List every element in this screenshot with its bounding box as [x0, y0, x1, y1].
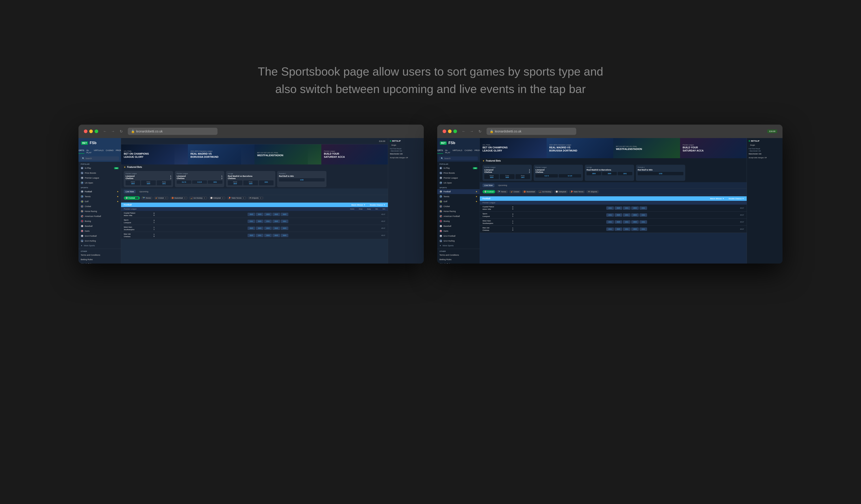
bet-draw-2-1[interactable]: Draw35/5	[500, 174, 514, 179]
sidebar-item-cricket-2[interactable]: 🏏 Cricket	[437, 204, 480, 209]
filter-tennis-2[interactable]: 🎾 Tennis	[496, 190, 508, 193]
bet-away-2[interactable]: 19/1	[208, 180, 222, 184]
sidebar-item-terms[interactable]: Terms and Conditions	[79, 253, 121, 257]
odd-dc1-1[interactable]: 35/5	[272, 213, 280, 216]
search-input-1[interactable]: 🔍 Search	[80, 156, 119, 160]
sidebar-item-moresports[interactable]: ▼ More Sports	[79, 243, 121, 248]
promo-banner-acca[interactable]: Premier League BUILD YOURSATURDAY ACCA	[321, 144, 388, 165]
odd-dc1-2-1[interactable]: 35/5	[631, 206, 639, 210]
odd-home-2-4[interactable]: 15/1	[606, 227, 614, 231]
sidebar-item-tennis[interactable]: 🎾 Tennis ★	[79, 194, 121, 199]
sidebar-item-inplay-2[interactable]: ▶ In-Play 336	[437, 166, 480, 170]
odd-draw-3[interactable]: 35/5	[256, 227, 263, 230]
sidebar-item-premierleague[interactable]: ⚽ Premier League	[79, 176, 121, 180]
odd-dc2-4[interactable]: 35/5	[281, 234, 288, 237]
tab-live-now-2[interactable]: Live Now	[482, 184, 494, 187]
nav-inplay[interactable]: IN-PLAY	[86, 149, 92, 154]
promo-banner-ucl[interactable]: UCL FINAL BET ON CHAMPIONSLEAGUE GLORY	[121, 144, 188, 165]
betslip-tab-single-2[interactable]: Single	[749, 143, 781, 147]
odd-dc2-2[interactable]: 15/1	[281, 220, 288, 223]
address-bar-2[interactable]: 🔒 leonardobetti.co.uk	[487, 128, 576, 135]
odd-dc2-2-1[interactable]: 15/1	[640, 206, 647, 210]
sidebar-item-tennis-2[interactable]: 🎾 Tennis ★	[437, 194, 480, 199]
odd-home-1[interactable]: 35/5	[247, 213, 255, 216]
bet-draw-2-3[interactable]: 35/5	[602, 172, 617, 175]
sidebar-item-darts-2[interactable]: 🎯 Darts	[437, 228, 480, 234]
odd-draw-1[interactable]: 35/5	[256, 213, 263, 216]
bet-away-2-3[interactable]: 19/1	[618, 172, 632, 175]
odd-dc2-2-3[interactable]: 15/1	[640, 220, 647, 224]
bet-away-3[interactable]: 19/1	[259, 180, 274, 185]
odd-away-2-3[interactable]: 15/1	[623, 220, 630, 224]
sidebar-item-baseball-2[interactable]: ⚾ Baseball	[437, 224, 480, 228]
sidebar-item-usopen-2[interactable]: 🎾 US Open	[437, 180, 480, 185]
featured-bet-card-1[interactable]: Premier League Liverpool Chelsea 1 2	[124, 171, 173, 187]
sidebar-item-football[interactable]: ⚽ Football ★	[79, 189, 121, 194]
sidebar-item-priceboosts-2[interactable]: % Price Boosts	[437, 170, 480, 176]
forward-button-2[interactable]: →	[469, 128, 475, 135]
tab-upcoming-2[interactable]: Upcoming	[496, 184, 509, 187]
odd-away-2-4[interactable]: 15/1	[623, 227, 630, 231]
odd-dc1-2-3[interactable]: 35/5	[631, 220, 639, 224]
odd-draw-2-2[interactable]: 35/5	[615, 213, 622, 217]
odd-dc2-2-2[interactable]: 15/1	[640, 213, 647, 217]
bet-over-2[interactable]: U 2.5	[192, 180, 207, 184]
sidebar-item-football-2[interactable]: ⚽ Football ★	[437, 189, 480, 194]
odd-home-4[interactable]: 35/5	[247, 234, 255, 237]
sidebar-item-gaafootball[interactable]: 🏐 GAA Football	[79, 234, 121, 238]
bet-home-2-1[interactable]: Home35/5	[484, 174, 499, 179]
tennis-star[interactable]: ★	[117, 195, 119, 198]
odd-draw-2-4[interactable]: 35/5	[615, 227, 622, 231]
nav-casino-2[interactable]: CASINO	[465, 149, 473, 154]
filter-icehockey[interactable]: 🏒 Ice Hockey 8	[189, 196, 207, 200]
promo-banner-madrid[interactable]: 2024 UEFA Champions League REAL MADRID V…	[188, 144, 255, 165]
tennis-star-2[interactable]: ★	[476, 195, 477, 198]
betslip-odds-toggle-2[interactable]: Accept odds changes: Off	[749, 157, 781, 158]
sidebar-item-gaahurling-2[interactable]: 🏑 GAA Hurling	[437, 238, 480, 243]
sidebar-item-usopen[interactable]: 🎾 US Open	[79, 180, 121, 185]
sidebar-item-cricket[interactable]: 🏏 Cricket	[79, 204, 121, 209]
tab-upcoming[interactable]: Upcoming	[137, 190, 150, 193]
promo-banner-acca-2[interactable]: Premier League BUILD YOURSATURDAY ACCA	[680, 138, 747, 158]
sidebar-item-golf-2[interactable]: ⛳ Golf ★	[437, 199, 480, 204]
sidebar-item-gaahurling[interactable]: 🏑 GAA Hurling	[79, 238, 121, 243]
sidebar-item-virtualsrules-2[interactable]: Virtuals Rules	[437, 262, 480, 264]
filter-tennis[interactable]: 🎾 Tennis	[141, 196, 152, 200]
sidebar-item-bettingrules-2[interactable]: Betting Rules	[437, 257, 480, 262]
address-bar-1[interactable]: 🔒 leonardobetti.co.uk	[128, 128, 218, 135]
refresh-button-2[interactable]: ↻	[477, 128, 483, 135]
odd-dc2-2-4[interactable]: 15/1	[640, 227, 647, 231]
sidebar-item-terms-2[interactable]: Terms and Conditions	[437, 253, 480, 257]
filter-volleyball[interactable]: 🏐 Volleyball 8	[208, 196, 226, 200]
odd-home-2-1[interactable]: 15/1	[606, 206, 614, 210]
sidebar-item-horseracing-2[interactable]: 🐎 Horse Racing	[437, 209, 480, 214]
tab-live-now[interactable]: Live Now	[124, 190, 136, 193]
bet-home-3[interactable]: Home35/5	[228, 180, 242, 185]
sidebar-item-priceboosts[interactable]: % Price Boosts	[79, 170, 121, 176]
sidebar-item-bettingrules[interactable]: Betting Rules	[79, 257, 121, 262]
sidebar-item-gaafootball-2[interactable]: 🏐 GAA Football	[437, 234, 480, 238]
sidebar-item-darts[interactable]: 🎯 Darts	[79, 228, 121, 234]
odd-dc2-1[interactable]: 35/5	[281, 213, 288, 216]
odd-away-4[interactable]: 35/5	[264, 234, 272, 237]
featured-bet-card-4[interactable]: Formula 1 Red Bull to Win 1/33	[277, 171, 327, 187]
odd-dc1-4[interactable]: 35/5	[272, 234, 280, 237]
bet-home-2-3[interactable]: 35/5	[587, 172, 601, 175]
odd-away-1[interactable]: 35/5	[264, 213, 272, 216]
filter-basketball[interactable]: 🏀 Basketball 8	[170, 196, 188, 200]
promo-banner-westfalen[interactable]: BET £10 GET £40 UCL FINAL WESTFALENSTADI…	[255, 144, 321, 165]
sidebar-item-inplay[interactable]: ▶ In-Play 336	[79, 166, 121, 170]
odd-away-3[interactable]: 35/5	[264, 227, 272, 230]
football-star-2[interactable]: ★	[476, 191, 477, 193]
sidebar-item-golf[interactable]: ⛳ Golf ★	[79, 199, 121, 204]
bet-away-1[interactable]: Away19/1	[157, 180, 171, 185]
filter-cricket-2[interactable]: 🏏 Cricket	[509, 190, 521, 193]
bet-over-2-2[interactable]: U 2.5	[559, 174, 581, 178]
betslip-tab-single[interactable]: Single	[390, 143, 422, 147]
bet-draw-1[interactable]: Draw35/5	[141, 180, 155, 185]
odd-draw-2-1[interactable]: 35/5	[615, 206, 622, 210]
bet-win-4[interactable]: 1/33	[279, 178, 325, 182]
bet-draw-3[interactable]: Draw35/5	[243, 180, 258, 185]
betslip-odds-toggle[interactable]: Accept odds changes: Off	[390, 157, 422, 158]
odd-home-3[interactable]: 35/5	[247, 227, 255, 230]
